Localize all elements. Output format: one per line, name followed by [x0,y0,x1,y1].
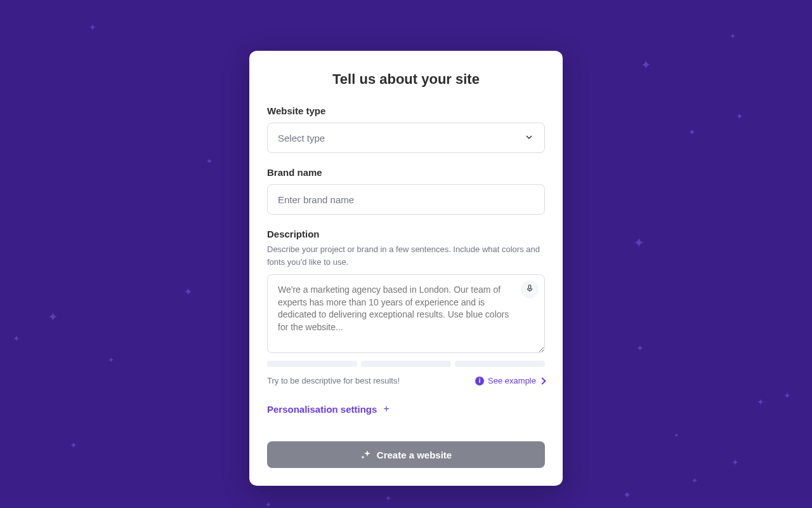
svg-rect-0 [528,285,531,289]
website-type-select[interactable]: Select type [267,123,545,153]
suggestion-pills [267,361,545,367]
decoration-sparkle-icon: ✦ [48,309,58,324]
description-textarea[interactable] [267,274,545,353]
decoration-sparkle-icon: ✦ [89,22,96,32]
chevron-right-icon [539,377,546,384]
website-type-label: Website type [267,105,545,116]
see-example-link[interactable]: i See example [475,376,545,385]
suggestion-pill[interactable] [361,361,451,367]
decoration-sparkle-icon: ✦ [13,333,20,344]
create-website-label: Create a website [377,450,452,460]
decoration-sparkle-icon: ✦ [265,500,272,508]
decoration-sparkle-icon: ✦ [108,356,114,364]
form-card: Tell us about your site Website type Sel… [249,51,563,486]
decoration-sparkle-icon: ✦ [636,343,644,353]
description-hint: Describe your project or brand in a few … [267,243,545,268]
microphone-icon [525,284,534,295]
decoration-sparkle-icon: ✦ [674,432,679,439]
info-icon: i [475,377,484,385]
decoration-sparkle-icon: ✦ [623,489,631,501]
decoration-sparkle-icon: ✦ [783,391,791,401]
website-type-placeholder: Select type [278,133,325,144]
decoration-sparkle-icon: ✦ [385,494,391,503]
brand-name-label: Brand name [267,167,545,178]
decoration-sparkle-icon: ✦ [688,127,696,137]
decoration-sparkle-icon: ✦ [757,397,764,407]
brand-name-input[interactable] [267,184,545,215]
suggestion-pill[interactable] [267,361,357,367]
chevron-down-icon [524,132,534,144]
website-type-field: Website type Select type [267,105,545,153]
decoration-sparkle-icon: ✦ [736,111,743,121]
personalisation-label: Personalisation settings [267,404,377,415]
plus-icon: + [383,403,389,415]
see-example-label: See example [488,376,536,385]
voice-input-button[interactable] [521,281,539,298]
decoration-sparkle-icon: ✦ [70,440,77,450]
brand-name-field: Brand name [267,167,545,215]
decoration-sparkle-icon: ✦ [641,57,652,72]
personalisation-toggle[interactable]: Personalisation settings + [267,403,545,415]
suggestion-pill[interactable] [455,361,545,367]
description-label: Description [267,229,545,239]
decoration-sparkle-icon: ✦ [691,476,698,485]
help-text: Try to be descriptive for best results! [267,376,400,385]
decoration-sparkle-icon: ✦ [633,235,645,251]
decoration-sparkle-icon: ✦ [206,157,213,166]
create-website-button[interactable]: Create a website [267,441,545,468]
decoration-sparkle-icon: ✦ [731,457,739,467]
description-field: Description Describe your project or bra… [267,229,545,385]
decoration-sparkle-icon: ✦ [730,32,736,41]
sparkle-icon [360,449,372,460]
help-row: Try to be descriptive for best results! … [267,376,545,385]
form-title: Tell us about your site [267,71,545,88]
decoration-sparkle-icon: ✦ [184,286,192,298]
